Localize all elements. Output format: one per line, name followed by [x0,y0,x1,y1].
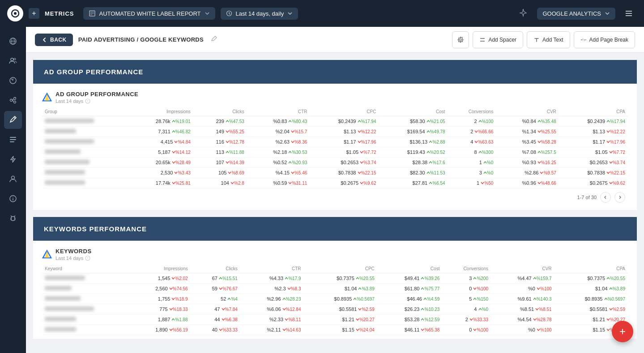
add-spacer-button[interactable]: Add Spacer [473,31,523,48]
svg-marker-40 [45,93,49,101]
sidebar-item-list[interactable] [4,131,22,149]
subheader: BACK PAID ADVERTISING / GOOGLE KEYWORDS … [26,27,644,53]
table-row: 1,755 %18.9 52 %4 %2.96 %28.23 $0.8935 %… [42,294,628,304]
main-content: BACK PAID ADVERTISING / GOOGLE KEYWORDS … [26,27,644,353]
add-text-button[interactable]: Add Text [527,31,570,48]
metrics-label: METRICS [45,10,74,17]
pagination-next-button[interactable] [614,192,625,203]
back-button[interactable]: BACK [35,34,73,46]
svg-point-43 [88,102,88,102]
hamburger-menu-button[interactable] [621,5,637,21]
sidebar-item-pencil[interactable] [4,111,22,129]
svg-rect-22 [10,139,16,140]
ad-group-card-title: AD GROUP PERFORMANCE [55,91,138,98]
report-name: AUTOMATED WHITE LABEL REPORT [99,10,201,17]
sidebar-item-bug[interactable] [4,209,22,227]
table-row: 775 %18.33 47 %7.84 %6.06 %12.84 $0.5581… [42,304,628,315]
add-text-label: Add Text [542,37,563,43]
analytics-selector[interactable]: GOOGLE ANALYTICS [537,8,615,20]
add-spacer-label: Add Spacer [488,37,516,43]
add-page-break-button[interactable]: Add Page Break [574,31,635,48]
kw-col-ctr: CTR [240,264,304,273]
top-navigation: + METRICS AUTOMATED WHITE LABEL REPORT L… [0,0,644,27]
keywords-section-header: KEYWORDS PERFORMANCE [33,217,637,241]
date-range-label: Last 14 days, daily [236,10,284,17]
table-row: 1,545 %2.02 67 %15.51 %4.33 %17.9 $0.737… [42,273,628,284]
keywords-card-title: KEYWORDS [55,248,92,255]
svg-point-48 [88,259,88,259]
table-row: 4,415 %4.84 116 %12.78 %2.63 %8.36 $1.17… [42,137,628,147]
col-cvr: CVR [496,107,559,116]
svg-point-33 [460,39,461,41]
subheader-actions: Add Spacer Add Text Add Page Break [452,31,635,48]
svg-rect-23 [10,141,14,142]
svg-rect-28 [11,217,15,221]
svg-point-27 [13,197,13,198]
svg-marker-45 [45,250,49,258]
svg-rect-21 [10,137,16,138]
table-row: 1,890 %56.19 40 %33.33 %2.11 %14.63 $1.1… [42,325,628,335]
ad-group-card-header: AD GROUP PERFORMANCE Last 14 days [42,91,628,104]
col-cost: Cost [379,107,448,116]
breadcrumb: PAID ADVERTISING / GOOGLE KEYWORDS [78,36,204,43]
sidebar-item-connect[interactable] [4,91,22,109]
kw-col-cvr: CVR [491,264,554,273]
svg-point-13 [11,58,13,61]
pagination-prev-button[interactable] [600,192,611,203]
table-row: 20.65k %28.49 107 %14.39 %0.52 %20.93 $0… [42,157,628,168]
col-impressions: Impressions [129,107,193,116]
col-group: Group [42,107,129,116]
ad-group-section-header: AD GROUP PERFORMANCE [33,60,637,84]
table-row: 2,560 %74.56 59 %76.67 %2.3 %8.3 $1.04 %… [42,284,628,294]
ad-group-table: Group Impressions Clicks CTR CPC Cost Co… [42,107,628,188]
keywords-section-title: KEYWORDS PERFORMANCE [44,225,626,233]
table-row: 7,311 %46.82 149 %55.25 %2.04 %15.7 $1.1… [42,127,628,137]
ad-group-card-subtitle: Last 14 days [55,98,138,104]
sidebar-item-bolt[interactable] [4,150,22,168]
svg-line-19 [13,99,14,100]
google-ads-logo [42,93,52,102]
sidebar-item-person[interactable] [4,170,22,188]
kw-col-clicks: Clicks [191,264,240,273]
keywords-card-subtitle: Last 14 days [55,255,92,261]
google-ads-logo-keywords [42,250,52,259]
report-selector[interactable]: AUTOMATED WHITE LABEL REPORT [83,7,215,20]
settings-button[interactable] [452,31,469,48]
sparkle-icon[interactable] [518,8,528,19]
ad-group-pagination: 1-7 of 30 [42,188,628,206]
edit-icon[interactable] [211,36,217,43]
svg-point-14 [14,58,16,60]
svg-point-16 [10,99,13,102]
col-cpa: CPA [559,107,628,116]
kw-col-keyword: Keyword [42,264,130,273]
keywords-table: Keyword Impressions Clicks CTR CPC Cost … [42,264,628,335]
table-row: 28.76k %19.01 239 %47.53 %0.83 %80.43 $0… [42,116,628,127]
date-range-selector[interactable]: Last 14 days, daily [221,8,299,20]
sidebar-item-people[interactable] [4,52,22,70]
kw-col-cost: Cost [377,264,443,273]
table-row: 2,530 %3.43 105 %8.69 %4.15 %5.46 $0.783… [42,168,628,178]
sidebar-item-info[interactable] [4,190,22,208]
sidebar-item-chart[interactable] [4,72,22,89]
col-conversions: Conversions [448,107,496,116]
ad-group-card: AD GROUP PERFORMANCE Last 14 days Grou [33,84,637,210]
fab-add-button[interactable]: + [612,321,633,342]
table-row: 5,187 %14.12 113 %11.88 %2.18 %30.53 $1.… [42,147,628,157]
main-scroll-area: AD GROUP PERFORMANCE AD GROUP PERFORMA [26,53,644,353]
table-row: 17.74k %25.81 104 %2.8 %0.59 %31.11 $0.2… [42,178,628,188]
svg-point-1 [14,12,17,15]
sidebar-item-globe[interactable] [4,32,22,50]
table-row: 1,887 %1.88 44 %6.38 %2.33 %8.11 $1.21 %… [42,315,628,325]
pagination-info: 1-7 of 30 [577,195,597,200]
logo [7,5,23,21]
svg-point-24 [12,176,15,179]
ad-group-section-title: AD GROUP PERFORMANCE [44,68,626,76]
col-cpc: CPC [310,107,379,116]
svg-point-17 [14,98,16,100]
kw-col-cpa: CPA [554,264,628,273]
svg-line-38 [583,38,584,41]
sidebar [0,27,26,353]
kw-col-impressions: Impressions [130,264,191,273]
kw-col-conversions: Conversions [442,264,491,273]
add-button[interactable]: + [29,8,39,19]
